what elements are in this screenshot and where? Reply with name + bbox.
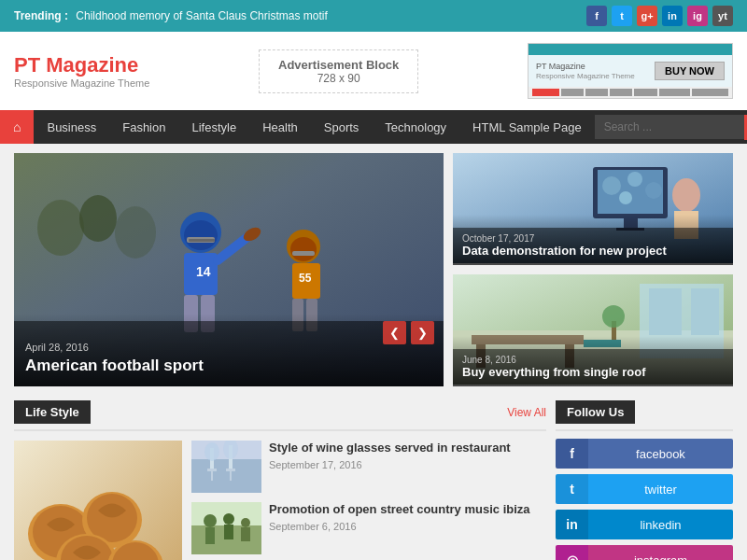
linkedin-social-icon[interactable]: in (662, 6, 683, 26)
svg-point-69 (204, 514, 217, 527)
svg-point-45 (602, 305, 625, 328)
instagram-social-icon[interactable]: ig (687, 6, 708, 26)
article-2-title[interactable]: Promotion of open street country music i… (269, 502, 530, 518)
ad-preview-content: PT MagazineResponsive Magazine Theme BUY… (529, 55, 732, 87)
svg-rect-72 (224, 525, 233, 539)
ad-preview: PT MagazineResponsive Magazine Theme BUY… (528, 43, 733, 99)
svg-point-3 (79, 195, 117, 242)
svg-point-2 (37, 200, 84, 256)
linkedin-follow-label: linkedin (588, 510, 733, 539)
nav-item-lifestyle[interactable]: Lifestyle (178, 111, 249, 144)
trending-bar: Trending : Childhood memory of Santa Cla… (0, 0, 747, 32)
svg-point-4 (115, 206, 156, 259)
article-2-date: September 6, 2016 (269, 521, 530, 532)
article-1-title[interactable]: Style of wine glasses served in restaura… (269, 441, 511, 456)
hero-side: October 17, 2017 Data demonstration for … (453, 153, 733, 386)
hero-section: 14 55 (14, 153, 733, 386)
facebook-follow-label: facebook (588, 439, 733, 469)
ad-preview-bar (529, 44, 732, 55)
article-2-thumbnail (191, 502, 261, 554)
instagram-follow-label: instagram (588, 545, 733, 560)
hero-main: 14 55 (14, 153, 444, 386)
hero-nav-controls: ❮ ❯ (383, 321, 434, 344)
svg-rect-74 (241, 527, 250, 541)
lifestyle-section: Life Style View All (14, 400, 546, 560)
twitter-follow-label: twitter (588, 474, 733, 504)
logo-title[interactable]: PT Magazine (14, 53, 149, 77)
googleplus-social-icon[interactable]: g+ (637, 6, 657, 26)
youtube-social-icon[interactable]: yt (712, 6, 733, 26)
social-icons: f t g+ in ig yt (586, 6, 733, 26)
lifestyle-article-1: Style of wine glasses served in restaura… (191, 441, 546, 493)
search-input[interactable] (595, 115, 744, 139)
svg-text:55: 55 (299, 272, 312, 285)
svg-point-6 (184, 220, 218, 250)
linkedin-follow-icon: in (556, 510, 588, 539)
follow-section-header: Follow Us (556, 400, 733, 431)
hero-side-bottom-caption: June 8, 2016 Buy everything from single … (453, 336, 733, 386)
svg-point-28 (602, 176, 621, 195)
header: PT Magazine Responsive Magazine Theme Ad… (0, 32, 747, 110)
lifestyle-section-title: Life Style (14, 400, 91, 424)
nav-item-technology[interactable]: Technology (372, 111, 459, 144)
svg-rect-70 (205, 527, 215, 544)
advertisement-block: Advertisement Block 728 x 90 (259, 49, 418, 93)
nav-item-sports[interactable]: Sports (311, 111, 373, 144)
svg-point-31 (619, 191, 632, 204)
svg-rect-64 (230, 471, 232, 481)
buy-now-button[interactable]: BUY NOW (655, 62, 725, 80)
svg-rect-39 (691, 288, 719, 335)
hero-side-top: October 17, 2017 Data demonstration for … (453, 153, 733, 265)
hero-prev-button[interactable]: ❮ (383, 321, 406, 344)
svg-rect-8 (189, 239, 215, 242)
instagram-follow-icon: ◎ (556, 545, 588, 560)
hero-side-top-title: Data demonstration for new project (462, 244, 724, 258)
hero-side-top-date: October 17, 2017 (462, 233, 724, 244)
hero-side-bottom: June 8, 2016 Buy everything from single … (453, 274, 733, 386)
ad-preview-nav (529, 87, 732, 98)
follow-section-title: Follow Us (556, 400, 635, 424)
lifestyle-main-image (14, 441, 182, 560)
twitter-follow-button[interactable]: t twitter (556, 474, 733, 504)
instagram-follow-button[interactable]: ◎ instagram (556, 545, 733, 560)
svg-point-30 (645, 182, 662, 199)
lifestyle-view-all[interactable]: View All (507, 406, 546, 419)
nav-home-button[interactable]: ⌂ (0, 110, 34, 144)
nav-item-health[interactable]: Health (249, 111, 311, 144)
svg-rect-38 (649, 288, 682, 335)
trending-text: Trending : Childhood memory of Santa Cla… (14, 9, 328, 22)
svg-point-71 (223, 513, 234, 525)
lifestyle-content: Style of wine glasses served in restaura… (14, 441, 546, 560)
twitter-social-icon[interactable]: t (612, 6, 632, 26)
ad-title: Advertisement Block (278, 58, 399, 72)
navigation: ⌂ Business Fashion Lifestyle Health Spor… (0, 110, 747, 144)
facebook-social-icon[interactable]: f (586, 6, 607, 26)
nav-items: Business Fashion Lifestyle Health Sports… (34, 111, 594, 144)
lifestyle-article-2: Promotion of open street country music i… (191, 502, 546, 554)
hero-next-button[interactable]: ❯ (411, 321, 434, 344)
svg-rect-61 (211, 471, 213, 481)
trending-content: Childhood memory of Santa Claus Christma… (76, 9, 327, 22)
article-1-info: Style of wine glasses served in restaura… (269, 441, 511, 470)
bottom-section: Life Style View All (14, 400, 733, 560)
nav-item-fashion[interactable]: Fashion (109, 111, 178, 144)
hero-side-top-caption: October 17, 2017 Data demonstration for … (453, 215, 733, 265)
article-2-info: Promotion of open street country music i… (269, 502, 530, 532)
svg-point-32 (672, 178, 700, 212)
logo-subtitle: Responsive Magazine Theme (14, 77, 149, 89)
nav-search: 🔍 (595, 115, 747, 140)
nav-item-business[interactable]: Business (34, 111, 109, 144)
svg-point-16 (290, 237, 317, 261)
ad-size: 728 x 90 (278, 72, 399, 85)
facebook-follow-button[interactable]: f facebook (556, 439, 733, 469)
svg-point-29 (627, 172, 642, 187)
svg-rect-63 (226, 469, 235, 471)
article-1-date: September 17, 2016 (269, 459, 511, 470)
linkedin-follow-button[interactable]: in linkedin (556, 510, 733, 539)
svg-rect-58 (191, 459, 261, 493)
nav-item-html-sample[interactable]: HTML Sample Page (459, 111, 595, 144)
twitter-follow-icon: t (556, 474, 588, 504)
svg-point-73 (241, 518, 250, 527)
follow-section: Follow Us f facebook t twitter in linked… (556, 400, 733, 560)
hero-main-date: April 28, 2016 (25, 342, 432, 353)
